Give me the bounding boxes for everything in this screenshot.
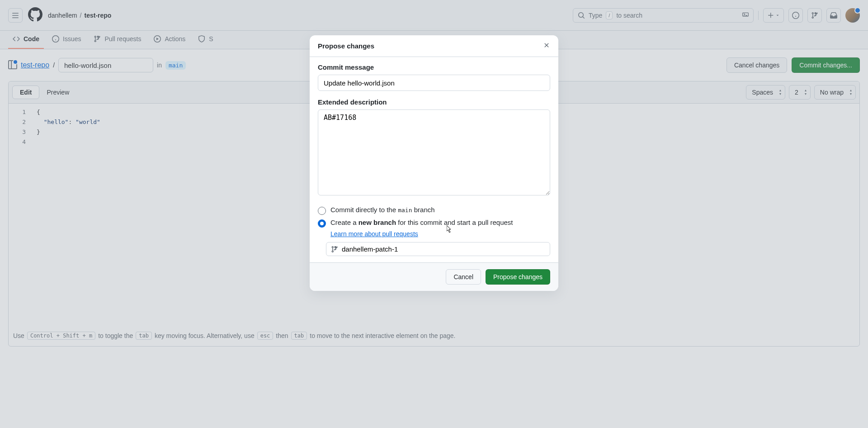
close-button[interactable] (543, 42, 550, 50)
modal-body: Commit message Extended description AB#1… (310, 57, 558, 262)
git-branch-icon (331, 246, 338, 253)
branch-name-field[interactable] (326, 242, 550, 256)
propose-changes-button[interactable]: Propose changes (486, 269, 550, 285)
modal-overlay[interactable]: Propose changes Commit message Extended … (0, 0, 868, 428)
radio-input-new-branch[interactable] (318, 219, 326, 228)
radio-label-direct: Commit directly to the main branch (330, 206, 435, 214)
branch-name-input[interactable] (342, 245, 545, 253)
extended-description-label: Extended description (318, 98, 550, 106)
learn-more-link[interactable]: Learn more about pull requests (330, 230, 418, 238)
modal-footer: Cancel Propose changes (310, 262, 558, 291)
radio-commit-direct[interactable]: Commit directly to the main branch (318, 204, 550, 217)
extended-description-textarea[interactable]: AB#17168 (318, 109, 550, 195)
modal-header: Propose changes (310, 35, 558, 57)
close-icon (543, 42, 550, 49)
radio-label-new-branch: Create a new branch for this commit and … (330, 219, 513, 226)
modal-title: Propose changes (318, 42, 374, 50)
radio-input-direct[interactable] (318, 207, 326, 215)
propose-changes-dialog: Propose changes Commit message Extended … (310, 35, 558, 291)
radio-new-branch[interactable]: Create a new branch for this commit and … (318, 217, 550, 229)
cancel-button[interactable]: Cancel (446, 269, 481, 285)
commit-message-input[interactable] (318, 75, 550, 91)
commit-message-label: Commit message (318, 63, 550, 71)
